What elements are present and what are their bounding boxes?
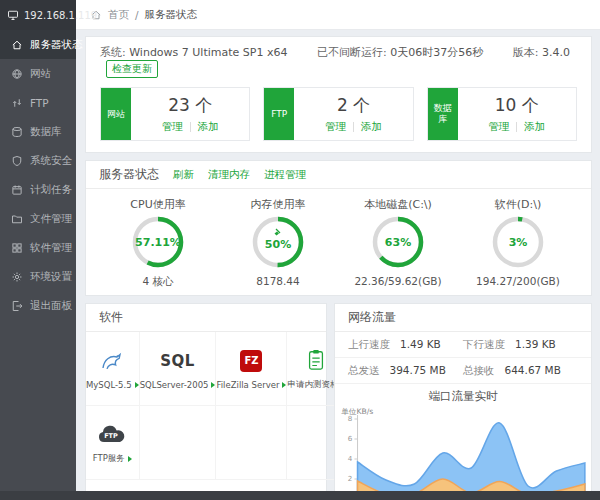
software-item-filezilla[interactable]: FZ FileZilla Server <box>216 332 287 406</box>
os-value: Windows 7 Ultimate SP1 x64 <box>129 46 287 59</box>
gauge-ring: 3% <box>490 214 546 270</box>
gauge-ring: 57.11% <box>130 214 186 270</box>
server-ip: 192.168.1.119 <box>24 10 97 21</box>
stat-count: 23 个 <box>168 94 212 117</box>
gauge-memory: 内存使用率 50% 8178.44 <box>218 197 338 289</box>
up-speed-value: 1.49 KB <box>400 338 441 352</box>
svg-text:4: 4 <box>348 455 353 464</box>
gauges-row: CPU使用率 57.11% 4 核心 内存使用率 50% <box>86 189 591 295</box>
software-cell-empty <box>216 406 287 480</box>
breadcrumb: 首页 / 服务器状态 <box>76 0 600 30</box>
sidebar-item-label: 网站 <box>30 67 51 81</box>
sidebar-item-cron[interactable]: 计划任务 <box>0 175 76 204</box>
sidebar-item-logout[interactable]: 退出面板 <box>0 291 76 320</box>
manage-link[interactable]: 管理 <box>325 120 346 134</box>
stat-card-badge: 数据库 <box>428 88 458 140</box>
manage-link[interactable]: 管理 <box>162 120 183 134</box>
svg-text:3%: 3% <box>509 236 528 249</box>
down-speed-value: 1.39 KB <box>515 338 556 352</box>
stat-count: 10 个 <box>495 94 539 117</box>
svg-text:6: 6 <box>348 435 353 444</box>
sql-icon-text: SQL <box>160 352 195 370</box>
total-recv-value: 644.67 MB <box>505 364 561 378</box>
process-manager-link[interactable]: 进程管理 <box>264 168 306 182</box>
logout-icon <box>11 300 23 312</box>
sidebar-item-database[interactable]: 数据库 <box>0 117 76 146</box>
version-value: 3.4.0 <box>542 46 570 59</box>
manage-link[interactable]: 管理 <box>488 120 509 134</box>
total-recv-label: 总接收 <box>463 364 495 378</box>
traffic-chart: 单位KB/s0246815:57:5115:57:5715:58:0315:58… <box>335 405 591 500</box>
divider <box>353 122 354 132</box>
shield-icon <box>11 155 23 167</box>
stat-count: 2 个 <box>337 94 370 117</box>
panel-title: 软件 <box>99 309 123 326</box>
add-link[interactable]: 添加 <box>524 120 545 134</box>
transfer-icon <box>11 97 23 109</box>
calendar-icon <box>11 184 23 196</box>
check-update-button[interactable]: 检查更新 <box>106 60 158 78</box>
software-item-ftp[interactable]: FTP FTP服务 <box>86 406 140 480</box>
sidebar-item-label: 计划任务 <box>30 183 72 197</box>
os-label: 系统: <box>100 46 126 59</box>
ftp-cloud-icon: FTP <box>97 421 127 447</box>
sidebar-item-settings[interactable]: 环境设置 <box>0 262 76 291</box>
gauge-ring: 63% <box>370 214 426 270</box>
software-item-mysql[interactable]: MySQL-5.5 <box>86 332 140 406</box>
stat-card-database: 数据库 10 个 管理 添加 <box>427 87 577 141</box>
sidebar-item-server-status[interactable]: 服务器状态 <box>0 30 76 59</box>
gauge-disk-c: 本地磁盘(C:\) 63% 22.36/59.62(GB) <box>338 197 458 289</box>
software-item-label: SQLServer-2005 <box>140 380 209 390</box>
svg-text:8: 8 <box>348 415 353 424</box>
refresh-link[interactable]: 刷新 <box>173 168 194 182</box>
clean-memory-link[interactable]: 清理内存 <box>208 168 250 182</box>
gauge-disk-d: 软件(D:\) 3% 194.27/200(GB) <box>458 197 578 289</box>
sidebar-item-security[interactable]: 系统安全 <box>0 146 76 175</box>
software-grid: MySQL-5.5 SQL SQLServer-2005 FZ FileZill… <box>86 332 326 480</box>
down-speed-label: 下行速度 <box>463 338 505 352</box>
svg-text:2: 2 <box>348 475 353 484</box>
software-item-label: MySQL-5.5 <box>86 380 132 390</box>
panel-title: 服务器状态 <box>99 166 159 183</box>
total-sent-value: 394.75 MB <box>390 364 446 378</box>
filezilla-icon: FZ <box>240 348 262 374</box>
clipboard-icon <box>305 347 327 373</box>
folder-icon <box>11 213 23 225</box>
sidebar-item-ftp[interactable]: FTP <box>0 88 76 117</box>
sidebar-item-software[interactable]: 软件管理 <box>0 233 76 262</box>
total-sent-label: 总发送 <box>348 364 380 378</box>
sidebar-item-label: 服务器状态 <box>30 38 83 52</box>
breadcrumb-home[interactable]: 首页 <box>108 8 129 22</box>
svg-text:57.11%: 57.11% <box>135 236 181 249</box>
network-panel: 网络流量 上行速度1.49 KB 下行速度1.39 KB 总发送394.75 M… <box>334 303 592 500</box>
panel-title: 网络流量 <box>348 309 396 326</box>
svg-text:FTP: FTP <box>104 432 118 440</box>
sidebar-item-label: FTP <box>30 97 49 109</box>
svg-text:63%: 63% <box>385 236 411 249</box>
up-speed-label: 上行速度 <box>348 338 390 352</box>
chart-title: 端口流量实时 <box>335 389 591 405</box>
sidebar-item-website[interactable]: 网站 <box>0 59 76 88</box>
software-panel: 软件 MySQL-5.5 SQL SQLServer-2005 <box>85 303 327 500</box>
add-link[interactable]: 添加 <box>198 120 219 134</box>
globe-icon <box>11 68 23 80</box>
add-link[interactable]: 添加 <box>361 120 382 134</box>
gauge-sub: 8178.44 <box>218 275 338 287</box>
total-row: 总发送394.75 MB 总接收644.67 MB <box>335 358 591 384</box>
software-item-sqlserver[interactable]: SQL SQLServer-2005 <box>140 332 217 406</box>
sidebar-item-files[interactable]: 文件管理 <box>0 204 76 233</box>
software-item-label: FTP服务 <box>93 453 125 465</box>
breadcrumb-current: 服务器状态 <box>145 8 198 22</box>
monitor-icon <box>7 9 19 21</box>
play-icon <box>128 456 132 462</box>
sidebar: 192.168.1.119 服务器状态 网站 FTP 数据库 系统安全 计划任务… <box>0 0 76 500</box>
server-status-panel: 服务器状态 刷新 清理内存 进程管理 CPU使用率 57.11% 4 核心 内存… <box>85 160 592 296</box>
stat-cards: 网站 23 个 管理 添加 FTP 2 个 <box>86 78 591 152</box>
svg-text:50%: 50% <box>265 238 291 251</box>
sidebar-item-label: 系统安全 <box>30 154 72 168</box>
gear-icon <box>11 271 23 283</box>
server-host: 192.168.1.119 <box>0 0 76 30</box>
play-icon <box>135 382 139 388</box>
main-area: 首页 / 服务器状态 系统: Windows 7 Ultimate SP1 x6… <box>76 0 600 500</box>
grid-icon <box>11 242 23 254</box>
